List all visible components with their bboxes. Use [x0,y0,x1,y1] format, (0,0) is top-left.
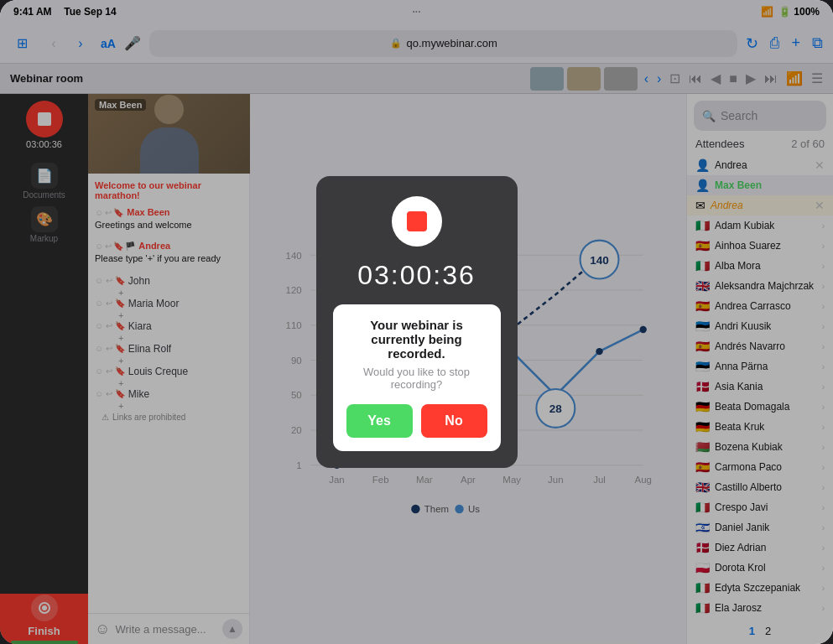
no-button[interactable]: No [421,404,487,438]
modal-body: Your webinar is currently being recorded… [333,304,501,451]
modal-overlay: 03:00:36 Your webinar is currently being… [0,0,833,644]
recording-modal: 03:00:36 Your webinar is currently being… [316,176,518,468]
modal-title: Your webinar is currently being recorded… [346,318,487,361]
modal-record-square [407,211,427,231]
modal-buttons: Yes No [346,404,487,438]
ipad-frame: 9:41 AM Tue Sep 14 ··· 📶 🔋 100% ⊞ ‹ › aA… [0,0,833,644]
modal-subtitle: Would you like to stop recording? [346,366,487,391]
modal-record-icon [392,196,442,247]
yes-button[interactable]: Yes [346,404,413,438]
modal-timer: 03:00:36 [357,260,476,291]
